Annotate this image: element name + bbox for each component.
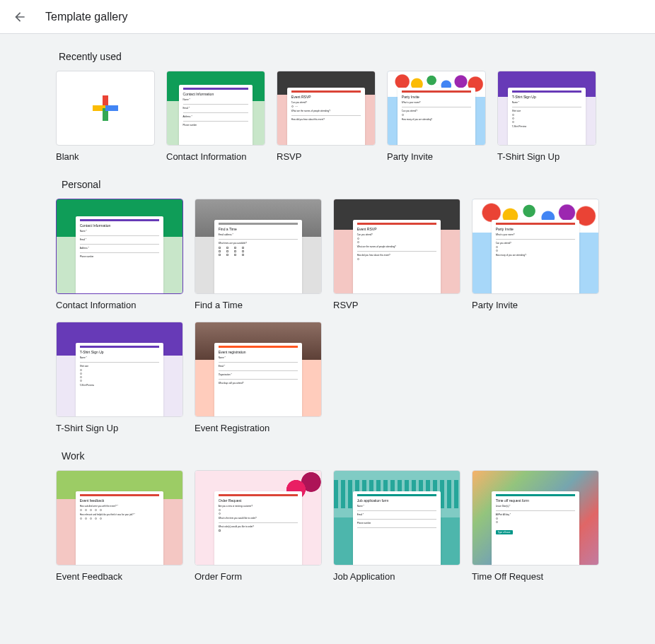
plus-icon [93,95,118,121]
template-rsvp[interactable]: Event RSVP Can you attend? Yes What are … [277,71,376,162]
section-title: Personal [62,179,599,190]
template-label: Blank [56,151,155,162]
section-title: Work [62,450,599,462]
template-party-invite[interactable]: Party Invite What is your name? Can you … [472,199,599,310]
section-title: Recently used [59,51,599,62]
template-time-off[interactable]: Time off request form Leave Date(s) * Al… [472,470,599,582]
template-find-time[interactable]: Find a Time Email address * What times a… [195,199,322,310]
template-label: Find a Time [195,300,322,310]
template-label: Order Form [195,571,322,582]
template-label: Party Invite [387,151,486,162]
arrow-back-icon [13,10,27,24]
template-label: Job Application [333,571,460,582]
template-job-application[interactable]: Job application form Name * Email * Phon… [333,470,460,582]
section-personal: Personal Contact Information Name * Emai… [56,179,599,433]
section-work: Work Event feedback How satisfied were y… [56,450,599,582]
back-button[interactable] [11,8,28,25]
header: Template gallery [0,0,655,34]
template-event-feedback[interactable]: Event feedback How satisfied were you wi… [56,470,183,582]
template-blank[interactable]: Blank [56,71,155,162]
template-party-invite[interactable]: Party Invite What is your name? Can you … [387,71,486,162]
template-label: Event Feedback [56,571,183,582]
template-label: T-Shirt Sign Up [497,151,596,162]
template-event-registration[interactable]: Event registration Name * Email * Organi… [195,322,322,433]
template-label: Contact Information [166,151,265,162]
page-title: Template gallery [45,11,128,23]
template-label: Party Invite [472,300,599,310]
template-label: Time Off Request [472,571,599,582]
section-recently-used: Recently used Blank [56,51,599,162]
template-tshirt[interactable]: T-Shirt Sign Up Name * Shirt size T-Shir… [497,71,596,162]
template-label: Event Registration [195,423,322,433]
template-label: T-Shirt Sign Up [56,423,183,433]
template-contact-info[interactable]: Contact Information Name * Email * Addre… [166,71,265,162]
template-tshirt[interactable]: T-Shirt Sign Up Name * Shirt size T-Shir… [56,322,183,433]
template-rsvp[interactable]: Event RSVP Can you attend? What are the … [333,199,460,310]
template-label: RSVP [333,300,460,310]
template-label: RSVP [277,151,376,162]
template-contact-info[interactable]: Contact Information Name * Email * Addre… [56,199,183,310]
template-label: Contact Information [56,300,183,310]
template-order-form[interactable]: Order Request Are you a new or existing … [195,470,322,582]
